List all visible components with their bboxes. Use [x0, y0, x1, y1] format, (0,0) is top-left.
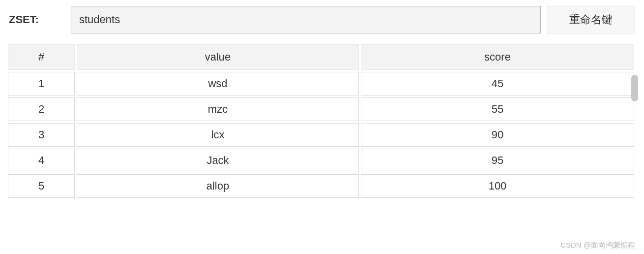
cell-index: 2	[8, 97, 75, 121]
cell-value: lcx	[77, 123, 359, 147]
table-header-row: # value score	[8, 44, 634, 70]
cell-index: 1	[8, 72, 75, 95]
cell-value: wsd	[77, 72, 359, 95]
main-panel: ZSET: 重命名键 # value score 1 wsd	[0, 0, 644, 206]
table-row[interactable]: 4 Jack 95	[8, 149, 634, 172]
key-type-label: ZSET:	[6, 13, 65, 26]
header-row: ZSET: 重命名键	[6, 6, 635, 33]
cell-value: Jack	[77, 149, 359, 172]
table-row[interactable]: 5 allop 100	[8, 174, 634, 198]
cell-score: 90	[361, 123, 634, 147]
cell-value: mzc	[77, 97, 359, 121]
column-header-value[interactable]: value	[77, 44, 359, 70]
cell-score: 55	[361, 97, 634, 121]
table-row[interactable]: 2 mzc 55	[8, 97, 634, 121]
cell-score: 95	[361, 149, 634, 172]
cell-value: allop	[77, 174, 359, 198]
cell-score: 45	[361, 72, 634, 95]
cell-index: 3	[8, 123, 75, 147]
scrollbar-thumb[interactable]	[631, 75, 638, 101]
rename-key-button[interactable]: 重命名键	[547, 6, 635, 33]
watermark: CSDN @面向鸿蒙编程	[560, 241, 635, 250]
cell-index: 5	[8, 174, 75, 198]
cell-score: 100	[361, 174, 634, 198]
cell-index: 4	[8, 149, 75, 172]
key-name-input[interactable]	[71, 6, 541, 33]
table-wrapper: # value score 1 wsd 45 2 mzc 55 3	[6, 42, 635, 200]
column-header-score[interactable]: score	[361, 44, 634, 70]
column-header-index[interactable]: #	[8, 44, 75, 70]
zset-table: # value score 1 wsd 45 2 mzc 55 3	[6, 42, 636, 200]
table-row[interactable]: 1 wsd 45	[8, 72, 634, 95]
table-row[interactable]: 3 lcx 90	[8, 123, 634, 147]
